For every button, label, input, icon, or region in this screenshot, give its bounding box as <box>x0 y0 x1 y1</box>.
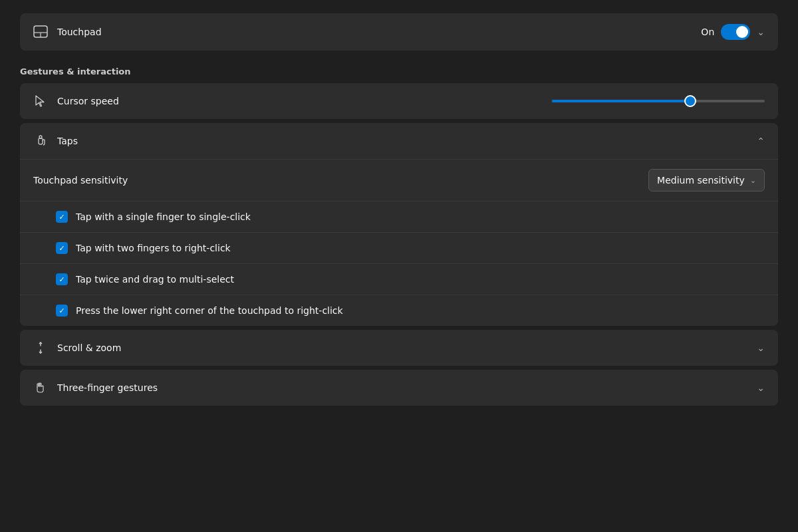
cursor-speed-row: Cursor speed <box>20 83 778 119</box>
sensitivity-dropdown-chevron: ⌄ <box>750 176 756 185</box>
touchpad-header: Touchpad On ⌄ <box>20 13 778 51</box>
cursor-speed-label: Cursor speed <box>57 96 543 106</box>
gestures-section-label: Gestures & interaction <box>20 66 778 76</box>
two-finger-tap-label: Tap with two fingers to right-click <box>76 243 231 253</box>
lower-right-label: Press the lower right corner of the touc… <box>76 305 343 316</box>
cursor-speed-card: Cursor speed <box>20 83 778 119</box>
double-tap-drag-checkbox[interactable]: ✓ <box>56 273 68 285</box>
lower-right-check-icon: ✓ <box>59 307 65 315</box>
three-finger-icon <box>33 380 48 395</box>
taps-section-header[interactable]: Taps ⌃ <box>20 123 778 159</box>
two-finger-tap-check-icon: ✓ <box>59 244 65 253</box>
touchpad-header-right: On ⌄ <box>701 24 765 40</box>
taps-card: Taps ⌃ Touchpad sensitivity Medium sensi… <box>20 123 778 326</box>
cursor-speed-slider[interactable] <box>552 100 765 102</box>
touchpad-title: Touchpad <box>57 27 701 37</box>
scroll-zoom-chevron-icon: ⌄ <box>757 342 765 353</box>
scroll-zoom-label: Scroll & zoom <box>57 342 747 353</box>
touchpad-expand-icon[interactable]: ⌄ <box>757 27 765 37</box>
taps-icon <box>33 134 48 148</box>
lower-right-checkbox[interactable]: ✓ <box>56 305 68 317</box>
two-finger-tap-checkbox[interactable]: ✓ <box>56 242 68 254</box>
three-finger-card: Three-finger gestures ⌄ <box>20 370 778 406</box>
tap-option-row-3: ✓ Press the lower right corner of the to… <box>20 295 778 326</box>
touchpad-icon <box>33 25 48 39</box>
single-tap-check-icon: ✓ <box>59 213 65 221</box>
sensitivity-value: Medium sensitivity <box>657 175 745 186</box>
tap-option-row-0: ✓ Tap with a single finger to single-cli… <box>20 201 778 232</box>
single-tap-checkbox[interactable]: ✓ <box>56 211 68 223</box>
taps-label: Taps <box>57 136 747 146</box>
sensitivity-label: Touchpad sensitivity <box>33 175 648 186</box>
sensitivity-row: Touchpad sensitivity Medium sensitivity … <box>20 159 778 201</box>
three-finger-chevron-icon: ⌄ <box>757 382 765 393</box>
touchpad-toggle[interactable] <box>721 24 750 40</box>
scroll-zoom-card: Scroll & zoom ⌄ <box>20 330 778 366</box>
three-finger-label: Three-finger gestures <box>57 382 747 393</box>
touchpad-header-left: Touchpad <box>33 25 701 39</box>
scroll-zoom-header[interactable]: Scroll & zoom ⌄ <box>20 330 778 366</box>
single-tap-label: Tap with a single finger to single-click <box>76 211 251 222</box>
taps-chevron-up-icon: ⌃ <box>757 136 765 146</box>
tap-option-row-2: ✓ Tap twice and drag to multi-select <box>20 263 778 295</box>
slider-thumb[interactable] <box>684 95 696 107</box>
double-tap-drag-check-icon: ✓ <box>59 275 65 284</box>
scroll-zoom-icon <box>33 340 48 355</box>
slider-track <box>552 100 765 102</box>
double-tap-drag-label: Tap twice and drag to multi-select <box>76 274 234 285</box>
on-label: On <box>701 27 714 37</box>
cursor-speed-icon <box>33 94 48 108</box>
three-finger-header[interactable]: Three-finger gestures ⌄ <box>20 370 778 406</box>
tap-option-row-1: ✓ Tap with two fingers to right-click <box>20 232 778 263</box>
slider-fill <box>552 100 690 102</box>
sensitivity-dropdown[interactable]: Medium sensitivity ⌄ <box>648 169 765 192</box>
